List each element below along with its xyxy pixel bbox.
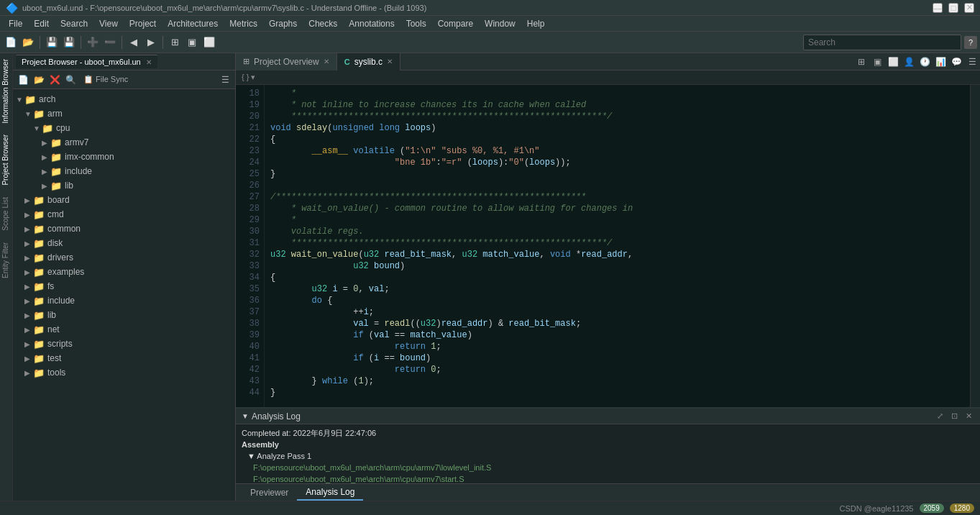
ln-32: 32 [236,249,260,260]
tab-split-h-btn[interactable]: ▣ [869,54,885,70]
tab-split-v-btn[interactable]: ⬜ [885,54,901,70]
panel-label-information-browser[interactable]: Information Browser [0,53,12,129]
tree-item-arm[interactable]: ▼ 📁 arm [13,106,235,121]
editor-tab-syslib[interactable]: C syslib.c ✕ [337,53,400,70]
tree-item-include-root[interactable]: ▶ 📁 include [13,293,235,308]
analysis-expand-btn[interactable]: ⤢ [934,411,945,422]
tree-item-arch[interactable]: ▼ 📁 arch [13,92,235,106]
analysis-completed-line: Completed at: 2022年6月9日 22:47:06 [242,427,967,439]
layout-btn-3[interactable]: ⬜ [201,35,217,50]
sb-menu-button[interactable]: ☰ [218,73,232,87]
save-all-button[interactable]: 💾 [61,35,77,50]
tree-item-cpu[interactable]: ▼ 📁 cpu [13,121,235,135]
bottom-tab-previewer[interactable]: Previewer [242,486,297,500]
line-numbers: 18 19 20 21 ▽22 ▽23 24 25 26 ▽27 28 29 3… [236,85,265,407]
tree-item-lib-cpu[interactable]: ▶ 📁 lib [13,178,235,193]
tree-item-cmd[interactable]: ▶ 📁 cmd [13,207,235,222]
add-button[interactable]: ➕ [85,35,101,50]
tree-item-scripts[interactable]: ▶ 📁 scripts [13,337,235,351]
close-button[interactable]: ✕ [964,3,974,13]
menu-edit[interactable]: Edit [28,17,55,30]
panel-label-project-browser[interactable]: Project Browser [0,129,12,191]
tree-label-armv7: armv7 [65,137,88,147]
panel-label-entity-filter[interactable]: Entity Filter [0,237,12,284]
menu-tools[interactable]: Tools [400,17,432,30]
sb-close-btn[interactable]: ❌ [47,73,62,87]
tree-item-include-cpu[interactable]: ▶ 📁 include [13,164,235,178]
tree-item-drivers[interactable]: ▶ 📁 drivers [13,250,235,265]
sb-open-btn[interactable]: 📂 [32,73,46,87]
editor-scrollbar-right[interactable] [970,85,980,407]
search-input[interactable] [803,35,961,50]
new-button[interactable]: 📄 [3,35,19,50]
tree-item-fs[interactable]: ▶ 📁 fs [13,279,235,293]
maximize-button[interactable]: □ [948,3,958,13]
file-sync-button[interactable]: 📋 File Sync [79,73,132,87]
menu-search[interactable]: Search [55,17,93,30]
back-button[interactable]: ◀ [126,35,142,50]
tree-item-imx-common[interactable]: ▶ 📁 imx-common [13,150,235,164]
tab-comment-btn[interactable]: 💬 [948,54,964,70]
layout-btn-2[interactable]: ▣ [184,35,200,50]
tree-item-disk[interactable]: ▶ 📁 disk [13,236,235,250]
analysis-file-1[interactable]: F:\opensource\uboot_mx6ul_me\arch\arm\cp… [242,462,967,473]
menu-graphs[interactable]: Graphs [263,17,303,30]
bottom-tab-analysis-log[interactable]: Analysis Log [297,485,363,501]
menu-architectures[interactable]: Architectures [162,17,224,30]
tab-compare-btn[interactable]: 📊 [933,54,948,70]
tab-menu-btn[interactable]: ☰ [964,54,980,70]
forward-button[interactable]: ▶ [143,35,159,50]
tree-item-test[interactable]: ▶ 📁 test [13,351,235,365]
menu-window[interactable]: Window [479,17,521,30]
tree-item-examples[interactable]: ▶ 📁 examples [13,265,235,279]
save-button[interactable]: 💾 [44,35,60,50]
menu-compare[interactable]: Compare [432,17,479,30]
menu-view[interactable]: View [93,17,124,30]
minimize-button[interactable]: — [933,3,943,13]
sidebar-tab-project-browser[interactable]: Project Browser - uboot_mx6ul.un ✕ [16,55,157,68]
analysis-pass-line: ▼ Analyze Pass 1 [242,450,967,462]
tree-item-tools[interactable]: ▶ 📁 tools [13,365,235,380]
ln-36: ▽36 [236,295,260,306]
code-content[interactable]: * * not inline to increase chances its i… [265,85,970,407]
analysis-scrollbar-right[interactable] [973,424,980,483]
editor-tab-project-overview[interactable]: ⊞ Project Overview ✕ [236,53,337,70]
sb-new-btn[interactable]: 📄 [16,73,30,87]
menu-metrics[interactable]: Metrics [224,17,263,30]
sidebar-toolbar: 📄 📂 ❌ 🔍 📋 File Sync ☰ [13,70,235,89]
tab-grid-view-btn[interactable]: ⊞ [853,54,869,70]
menu-file[interactable]: File [3,17,28,30]
help-button[interactable]: ? [964,36,977,49]
menu-help[interactable]: Help [521,17,551,30]
menu-checks[interactable]: Checks [303,17,343,30]
folder-icon-include-cpu: 📁 [50,166,62,177]
panel-label-scope-list[interactable]: Scope List [0,191,12,237]
analysis-close-btn[interactable]: ✕ [963,411,974,422]
sidebar-tab-project-browser-close[interactable]: ✕ [146,58,152,66]
folder-icon-lib-cpu: 📁 [50,181,62,191]
menu-project[interactable]: Project [124,17,162,30]
menu-annotations[interactable]: Annotations [343,17,400,30]
tree-item-common[interactable]: ▶ 📁 common [13,222,235,236]
editor-tab-close-syslib[interactable]: ✕ [387,58,393,65]
analysis-completed-time: 2022年6月9日 22:47:06 [293,429,377,437]
tree-item-net[interactable]: ▶ 📁 net [13,322,235,337]
breadcrumb[interactable]: { } ▾ [242,73,255,82]
analysis-undock-btn[interactable]: ⊡ [948,411,960,422]
arrow-lib-cpu: ▶ [42,182,50,190]
tab-history-btn[interactable]: 🕐 [917,54,933,70]
tree-item-board[interactable]: ▶ 📁 board [13,193,235,207]
analysis-file-2[interactable]: F:\opensource\uboot_mx6ul_me\arch\arm\cp… [242,473,967,483]
tab-user-btn[interactable]: 👤 [901,54,917,70]
tree-label-net: net [47,324,60,334]
editor-tab-close-project-overview[interactable]: ✕ [324,58,329,65]
sb-search-btn[interactable]: 🔍 [63,73,78,87]
remove-button[interactable]: ➖ [102,35,118,50]
tab-icon-project-overview: ⊞ [243,57,249,66]
tree-item-lib-root[interactable]: ▶ 📁 lib [13,308,235,322]
analysis-collapse-arrow[interactable]: ▼ [242,412,249,420]
tree-item-armv7[interactable]: ▶ 📁 armv7 [13,135,235,150]
analysis-body: Completed at: 2022年6月9日 22:47:06 Assembl… [236,424,973,483]
open-button[interactable]: 📂 [20,35,36,50]
layout-btn-1[interactable]: ⊞ [167,35,183,50]
